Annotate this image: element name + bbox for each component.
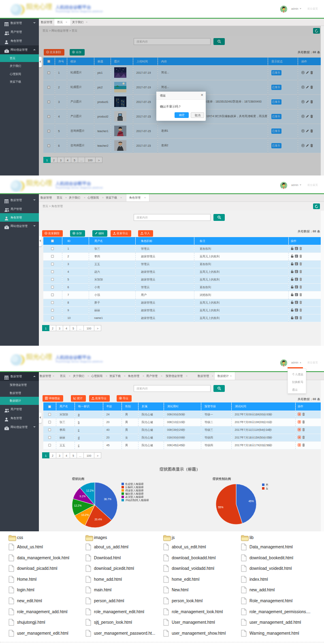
svg-text:12.2%: 12.2%	[86, 489, 94, 492]
svg-text:20.4%: 20.4%	[94, 518, 102, 521]
svg-text:36.7%: 36.7%	[104, 498, 111, 501]
svg-text:45%: 45%	[248, 500, 254, 503]
svg-text:55%: 55%	[218, 506, 223, 509]
svg-text:12.2%: 12.2%	[74, 504, 82, 507]
svg-text:9.2%: 9.2%	[80, 495, 86, 498]
svg-text:10.2%: 10.2%	[81, 513, 89, 516]
